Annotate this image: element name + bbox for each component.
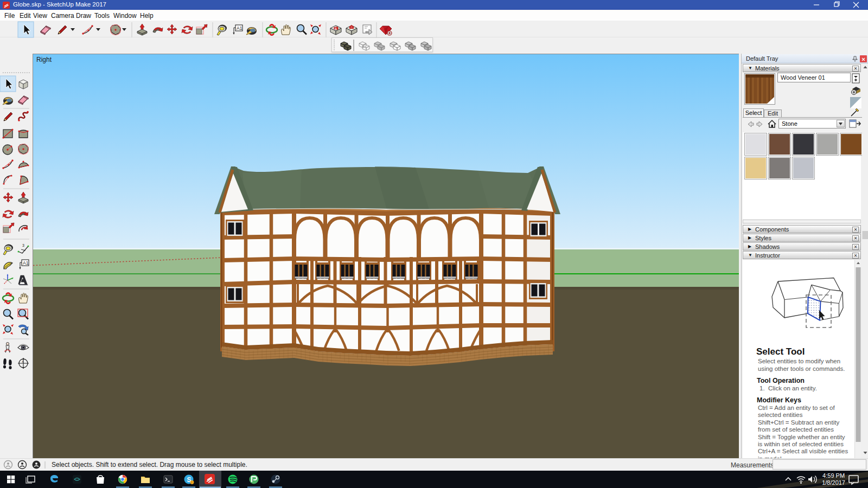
svg-text:4: 4	[22, 360, 24, 363]
svg-text:S: S	[335, 27, 337, 30]
svg-text:A1: A1	[237, 25, 242, 31]
svg-text:3: 3	[22, 243, 24, 247]
svg-text:A1: A1	[23, 260, 29, 266]
